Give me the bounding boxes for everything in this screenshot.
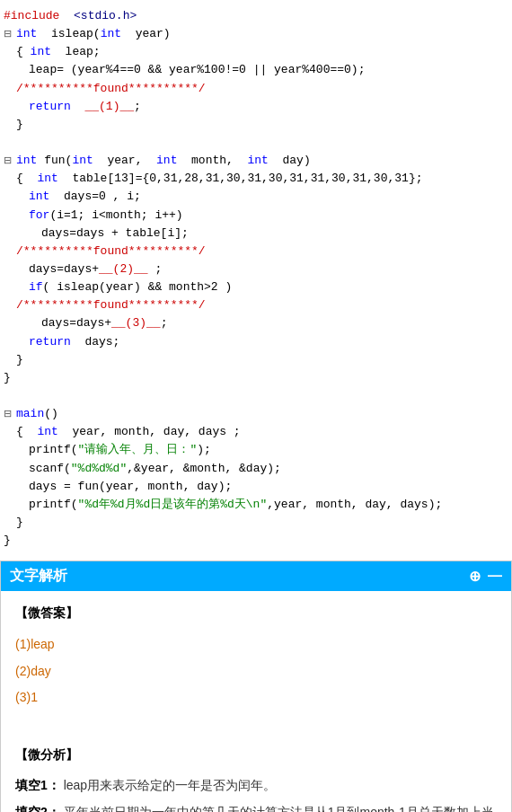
code-line: for (i=1; i<month; i++) <box>4 207 505 225</box>
code-line: ⊟ int fun( int year, int month, int day) <box>4 152 505 170</box>
code-line: leap= (year%4==0 && year%100!=0 || year%… <box>4 61 505 79</box>
answer-3: (3)1 <box>15 686 497 709</box>
answer-1: (1)leap <box>15 633 497 656</box>
code-line-blank <box>4 134 505 152</box>
code-line-comment: /**********found**********/ <box>4 243 505 260</box>
code-line: int days=0 , i; <box>4 188 505 206</box>
collapse-icon[interactable]: ⊟ <box>4 406 16 421</box>
code-line-comment: /**********found**********/ <box>4 296 505 314</box>
micro-answer-block: 【微答案】 <box>15 602 497 624</box>
code-line-blank <box>4 387 505 405</box>
answer-2: (2)day <box>15 660 497 683</box>
analysis-body: 【微答案】 (1)leap (2)day (3)1 【微分析】 填空1： lea… <box>1 591 511 812</box>
preprocessor-keyword: #include <box>4 7 59 25</box>
code-line: ⊟ int isleap( int year) <box>4 25 505 43</box>
answer-1-id: (1) <box>15 637 31 651</box>
collapse-icon[interactable]: ⊟ <box>4 26 16 41</box>
micro-answer-label: 【微答案】 <box>15 602 497 624</box>
code-line: } <box>4 514 505 532</box>
explanation-2-text: 平年当前日期为一年中的第几天的计算方法是从1月到month-1月总天数加上当前的… <box>15 805 494 812</box>
minimize-icon[interactable]: — <box>488 568 502 585</box>
code-line: days=days+ __(2)__ ; <box>4 260 505 278</box>
explanation-2-id: 填空2： <box>15 805 60 812</box>
code-line: return days; <box>4 333 505 351</box>
code-line: { int leap; <box>4 43 505 61</box>
answer-2-id: (2) <box>15 664 31 678</box>
code-line: #include <stdio.h> <box>4 7 505 25</box>
pin-icon[interactable]: ⊕ <box>469 568 481 585</box>
code-line: printf( "请输入年、月、日：" ); <box>4 441 505 459</box>
code-section: #include <stdio.h> ⊟ int isleap( int yea… <box>0 0 512 557</box>
analysis-panel: 文字解析 ⊕ — 【微答案】 (1)leap (2)day (3)1 【微分析】… <box>0 560 512 812</box>
analysis-header: 文字解析 ⊕ — <box>1 561 511 591</box>
code-line: } <box>4 351 505 369</box>
explanation-2: 填空2： 平年当前日期为一年中的第几天的计算方法是从1月到month-1月总天数… <box>15 802 497 812</box>
code-line: } <box>4 532 505 550</box>
explanation-1-id: 填空1： <box>15 778 60 792</box>
code-line: } <box>4 369 505 387</box>
micro-analysis-label: 【微分析】 <box>15 744 497 766</box>
answer-3-value: 1 <box>31 690 38 704</box>
explanation-1-text: leap用来表示给定的一年是否为闰年。 <box>64 778 276 792</box>
code-line: scanf( "%d%d%d" ,&year, &month, &day); <box>4 460 505 478</box>
code-line: { int year, month, day, days ; <box>4 423 505 441</box>
code-line: } <box>4 116 505 134</box>
code-line-comment: /**********found**********/ <box>4 80 505 98</box>
answer-1-value: leap <box>31 637 54 651</box>
code-line: if ( isleap(year) && month>2 ) <box>4 278 505 296</box>
answer-3-id: (3) <box>15 690 31 704</box>
analysis-title: 文字解析 <box>10 567 67 586</box>
code-line: printf( "%d年%d月%d日是该年的第%d天\n" ,year, mon… <box>4 496 505 514</box>
code-line: days=days + table[i]; <box>4 225 505 243</box>
code-line: days = fun(year, month, day); <box>4 478 505 496</box>
explanation-1: 填空1： leap用来表示给定的一年是否为闰年。 <box>15 775 497 797</box>
code-line: days=days+ __(3)__ ; <box>4 314 505 332</box>
answer-2-value: day <box>31 664 51 678</box>
collapse-icon[interactable]: ⊟ <box>4 153 16 168</box>
code-line: return __(1)__ ; <box>4 98 505 116</box>
code-line: { int table[13]={0,31,28,31,30,31,30,31,… <box>4 170 505 188</box>
analysis-header-icons: ⊕ — <box>469 568 502 585</box>
micro-analysis-block: 【微分析】 <box>15 744 497 766</box>
code-line: ⊟ main () <box>4 405 505 423</box>
